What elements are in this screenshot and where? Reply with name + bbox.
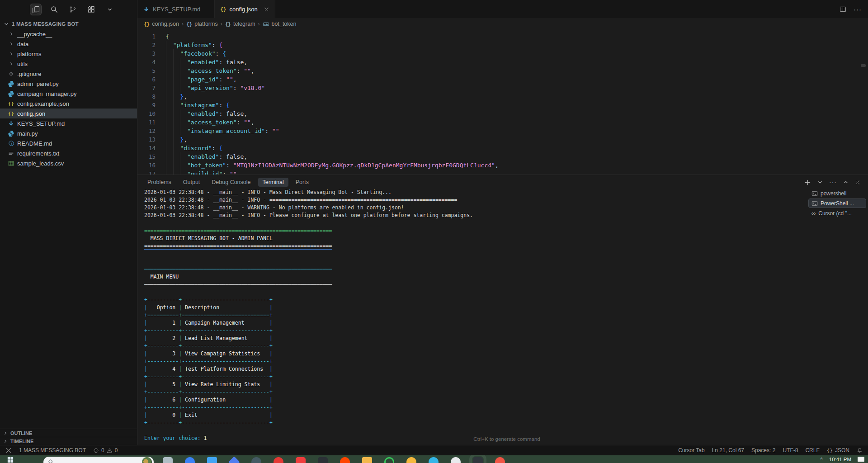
bell-icon <box>857 448 863 454</box>
tree-file-keys-setup-md[interactable]: KEYS_SETUP.md <box>0 118 137 128</box>
taskbar-app-file-explorer[interactable] <box>207 457 217 463</box>
taskbar-app-app-blue-diamond[interactable] <box>228 456 240 463</box>
maximize-panel-icon[interactable] <box>843 179 849 185</box>
taskbar-clock[interactable]: 10:41 PM <box>829 457 851 462</box>
indent-guide <box>166 161 166 170</box>
breadcrumb-item-bot-token[interactable]: bot_token <box>263 21 297 28</box>
files-icon[interactable] <box>30 4 42 15</box>
workspace-status[interactable]: 1 MASS MESSAGING BOT <box>19 447 86 454</box>
extensions-icon[interactable] <box>85 4 97 15</box>
taskbar-app-copilot[interactable] <box>185 457 195 463</box>
remote-icon[interactable] <box>5 447 12 454</box>
tree-folder-utils[interactable]: utils <box>0 59 137 69</box>
terminal-dropdown-icon[interactable] <box>817 179 823 185</box>
tree-file-sample-leads-csv[interactable]: sample_leads.csv <box>0 158 137 168</box>
app-window: 1 MASS MESSAGING BOT __pycache__dataplat… <box>0 0 868 445</box>
status-eol[interactable]: CRLF <box>805 447 819 454</box>
taskbar-app-task-view[interactable] <box>163 457 173 463</box>
panel-tab-debug-console[interactable]: Debug Console <box>207 178 255 187</box>
status-cursor-position[interactable]: Ln 21, Col 67 <box>712 447 744 454</box>
tree-item-label: sample_leads.csv <box>17 160 64 167</box>
tree-item-label: config.json <box>17 110 45 117</box>
taskbar-app-youtube[interactable] <box>296 457 306 463</box>
indent-guide <box>180 170 180 175</box>
tree-file-admin-panel-py[interactable]: admin_panel.py <box>0 79 137 89</box>
tab-keys-setup-md[interactable]: KEYS_SETUP.md <box>137 0 215 18</box>
status-encoding[interactable]: UTF-8 <box>783 447 798 454</box>
tree-file--gitignore[interactable]: .gitignore <box>0 69 137 79</box>
taskbar-app-paw-app[interactable] <box>406 457 416 463</box>
terminal-instance-powershell-[interactable]: PowerShell ... <box>808 198 866 208</box>
split-editor-icon[interactable] <box>840 6 846 13</box>
more-actions-icon[interactable]: ··· <box>854 5 862 13</box>
taskbar-search-box[interactable] <box>43 457 154 463</box>
views-menu-icon[interactable] <box>104 4 116 15</box>
new-terminal-icon[interactable] <box>804 179 811 186</box>
taskbar-app-app-letter-a[interactable] <box>318 457 328 463</box>
tree-file-readme-md[interactable]: README.md <box>0 138 137 148</box>
line-number: 10 <box>137 109 156 118</box>
breadcrumb-separator-icon: › <box>182 21 184 27</box>
tree-folder-data[interactable]: data <box>0 39 137 49</box>
chevron-right-icon <box>3 430 8 436</box>
close-panel-icon[interactable] <box>855 180 861 185</box>
code-line: 14 "discord": { <box>137 144 868 152</box>
problems-status[interactable]: 0 0 <box>93 447 118 454</box>
taskbar-app-cursor-app[interactable] <box>473 457 483 463</box>
tab-label: config.json <box>230 6 258 13</box>
status-indentation[interactable]: Spaces: 2 <box>751 447 775 454</box>
taskbar-app-telegram[interactable] <box>429 457 439 463</box>
status-notifications[interactable] <box>857 448 863 454</box>
terminal-instance-powershell[interactable]: powershell <box>808 189 866 198</box>
sidebar-section-timeline[interactable]: TIMELINE <box>0 437 137 445</box>
code-text: "enabled": false, <box>166 152 247 161</box>
tab-config-json[interactable]: {}config.json <box>215 0 275 18</box>
source-control-icon[interactable] <box>67 4 79 15</box>
line-number: 11 <box>137 118 156 127</box>
taskbar-app-folder-yellow[interactable] <box>362 457 372 463</box>
tree-file-requirements-txt[interactable]: requirements.txt <box>0 148 137 158</box>
search-daily-image[interactable] <box>142 457 152 463</box>
panel-tab-ports[interactable]: Ports <box>291 178 313 187</box>
status-cursor-tab[interactable]: Cursor Tab <box>678 447 704 454</box>
more-actions-icon[interactable]: ··· <box>829 179 837 186</box>
taskbar-app-browser-orange[interactable] <box>495 457 505 463</box>
status-language-mode[interactable]: {}JSON <box>827 447 849 454</box>
terminal-instance-cursor-cd-[interactable]: ∞Cursor (cd "... <box>808 208 866 218</box>
start-button[interactable] <box>7 457 14 463</box>
taskbar-app-browser-red[interactable] <box>274 457 283 463</box>
explorer-section-header[interactable]: 1 MASS MESSAGING BOT <box>0 19 137 29</box>
close-icon[interactable] <box>264 6 269 12</box>
panel-tab-output[interactable]: Output <box>179 178 205 187</box>
breadcrumb-item-platforms[interactable]: {}platforms <box>186 21 218 27</box>
breadcrumb-item-config-json[interactable]: {}config.json <box>144 21 179 27</box>
tree-file-main-py[interactable]: main.py <box>0 128 137 138</box>
tree-file-config-json[interactable]: {}config.json <box>0 109 137 118</box>
search-icon[interactable] <box>48 4 60 15</box>
code-editor[interactable]: 1{2 "platforms": {3 "facebook": {4 "enab… <box>137 30 868 175</box>
tray-expand-icon[interactable]: ^ <box>821 457 823 462</box>
tree-folder--pycache-[interactable]: __pycache__ <box>0 29 137 39</box>
chevron-down-icon <box>3 21 9 27</box>
breadcrumb-item-telegram[interactable]: {}telegram <box>225 21 255 27</box>
panel-tab-terminal[interactable]: Terminal <box>258 178 288 187</box>
code-text: "page_id": "", <box>166 75 237 84</box>
editor-scrollbar-thumb[interactable] <box>861 64 866 67</box>
taskbar-app-whatsapp[interactable] <box>384 457 394 463</box>
taskbar-app-cat-app[interactable] <box>451 457 461 463</box>
code-line: 10 "enabled": false, <box>137 109 868 118</box>
indent-guide <box>166 75 166 84</box>
terminal-output[interactable]: 2026-01-03 22:38:48 - __main__ - INFO - … <box>144 189 473 442</box>
taskbar-app-app-dark-ring[interactable] <box>251 457 261 463</box>
panel-tab-problems[interactable]: Problems <box>143 178 176 187</box>
breadcrumb: {}config.json›{}platforms›{}telegram›bot… <box>137 18 868 30</box>
tree-folder-platforms[interactable]: platforms <box>0 49 137 59</box>
editor-actions: ··· <box>840 0 862 18</box>
show-desktop-button[interactable] <box>858 457 864 462</box>
taskbar-app-reddit[interactable] <box>340 457 350 463</box>
tab-label: KEYS_SETUP.md <box>153 6 200 13</box>
sidebar-section-outline[interactable]: OUTLINE <box>0 429 137 437</box>
tree-file-config-example-json[interactable]: {}config.example.json <box>0 99 137 109</box>
tree-file-campaign-manager-py[interactable]: campaign_manager.py <box>0 89 137 99</box>
indent-guide <box>166 152 166 161</box>
